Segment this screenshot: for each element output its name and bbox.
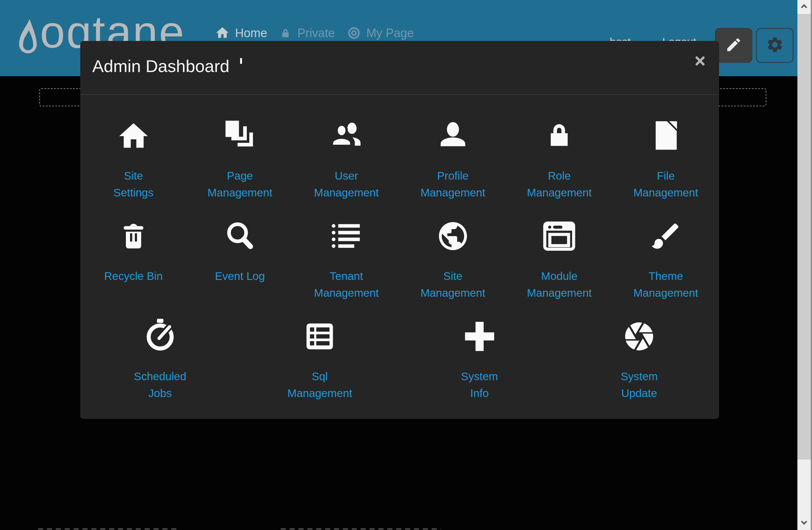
tile-label-line: Theme <box>634 268 698 284</box>
tile-label-line: Management <box>527 184 592 201</box>
nav-item-label: Home <box>235 26 267 40</box>
search-icon <box>223 219 257 253</box>
tile-label-line: User <box>314 167 379 184</box>
tile-label-line: System <box>621 368 658 385</box>
admin-tile-theme-management[interactable]: ThemeManagement <box>612 219 719 301</box>
admin-tile-profile-management[interactable]: ProfileManagement <box>400 119 506 201</box>
nav-item-label: Private <box>297 26 335 40</box>
chevron-down-icon <box>799 518 809 528</box>
globe-icon <box>435 219 470 253</box>
nav-lock-icon <box>279 27 292 40</box>
tile-label: SiteSettings <box>114 167 154 201</box>
timer-icon <box>143 319 177 353</box>
close-icon <box>695 56 706 67</box>
admin-tile-recycle-bin[interactable]: Recycle Bin <box>80 219 187 301</box>
admin-tile-page-management[interactable]: PageManagement <box>187 119 293 201</box>
admin-tile-system-info[interactable]: SystemInfo <box>400 319 560 401</box>
clipped-footer-fragment <box>38 528 178 530</box>
admin-tile-sql-management[interactable]: SqlManagement <box>240 319 400 401</box>
admin-tile-grid: SiteSettingsPageManagementUserManagement… <box>80 95 719 401</box>
nav-menu: HomePrivateMy Page <box>215 25 414 40</box>
tile-label: FileManagement <box>634 167 698 201</box>
tile-label-line: Management <box>421 184 485 201</box>
trash-icon <box>118 219 149 253</box>
home-icon <box>117 119 150 153</box>
plus-icon <box>463 319 496 353</box>
admin-tile-module-management[interactable]: ModuleManagement <box>506 219 613 301</box>
tile-label: SqlManagement <box>287 368 352 401</box>
tile-label: Event Log <box>215 268 265 284</box>
pencil-icon <box>725 36 742 55</box>
tile-label: ScheduledJobs <box>134 368 186 401</box>
tile-label-line: Management <box>527 284 592 301</box>
chevron-up-icon <box>799 2 809 12</box>
modal-close-button[interactable] <box>693 54 708 69</box>
admin-tile-role-management[interactable]: RoleManagement <box>506 119 613 201</box>
tile-label-line: Management <box>634 184 698 201</box>
nav-item-home[interactable]: Home <box>215 25 267 40</box>
tile-row: SiteSettingsPageManagementUserManagement… <box>80 119 719 201</box>
tile-label: ProfileManagement <box>421 167 485 201</box>
tile-label-line: Management <box>287 385 352 401</box>
lock-icon <box>543 119 575 153</box>
window-icon <box>542 219 576 253</box>
admin-tile-event-log[interactable]: Event Log <box>187 219 293 301</box>
logo-drop-icon <box>16 19 38 61</box>
scrollbar-thumb[interactable] <box>797 14 811 460</box>
tile-label-line: Tenant <box>314 268 379 284</box>
tile-row: ScheduledJobsSqlManagementSystemInfoSyst… <box>80 319 719 401</box>
tile-label-line: Management <box>421 284 485 301</box>
admin-tile-tenant-management[interactable]: TenantManagement <box>293 219 400 301</box>
tile-label: SystemUpdate <box>621 368 658 401</box>
admin-tile-system-update[interactable]: SystemUpdate <box>560 319 720 401</box>
tile-label: ModuleManagement <box>527 268 592 301</box>
tile-label: RoleManagement <box>527 167 592 201</box>
nav-item-my-page[interactable]: My Page <box>347 26 414 40</box>
tile-row: Recycle BinEvent LogTenantManagementSite… <box>80 219 719 301</box>
scroll-up-button[interactable] <box>797 0 811 14</box>
clipped-footer-fragment <box>281 528 441 530</box>
table-icon <box>304 319 336 353</box>
tile-label-line: Site <box>114 167 154 184</box>
tile-label: PageManagement <box>207 167 272 201</box>
tile-label-line: Role <box>527 167 592 184</box>
admin-tile-file-management[interactable]: FileManagement <box>612 119 719 201</box>
nav-item-private[interactable]: Private <box>279 26 335 40</box>
tile-label-line: Update <box>621 385 658 401</box>
tile-label-line: Sql <box>287 368 352 385</box>
page-settings-button[interactable] <box>756 28 794 63</box>
nav-item-label: My Page <box>366 26 414 40</box>
vertical-scrollbar[interactable] <box>797 0 812 530</box>
tile-label-line: Info <box>461 385 498 401</box>
modal-header: Admin Dashboard <box>80 41 719 95</box>
tile-label-line: File <box>634 167 698 184</box>
tile-label-line: Settings <box>114 184 154 201</box>
brush-icon <box>649 219 683 253</box>
tile-label: SiteManagement <box>421 268 485 301</box>
admin-tile-scheduled-jobs[interactable]: ScheduledJobs <box>80 319 240 401</box>
text-caret <box>240 58 242 64</box>
edit-mode-button[interactable] <box>715 28 752 63</box>
tile-label-line: Profile <box>421 167 485 184</box>
tile-label-line: Event Log <box>215 268 265 284</box>
tile-label-line: Management <box>314 184 379 201</box>
tile-label-line: Jobs <box>134 385 186 401</box>
admin-tile-site-settings[interactable]: SiteSettings <box>80 119 187 201</box>
tile-label-line: Page <box>207 167 272 184</box>
tile-label-line: Management <box>207 184 272 201</box>
tile-label: Recycle Bin <box>104 268 163 284</box>
admin-tile-site-management[interactable]: SiteManagement <box>400 219 506 301</box>
tile-label-line: Scheduled <box>134 368 186 385</box>
modal-title: Admin Dashboard <box>92 56 229 76</box>
scroll-down-button[interactable] <box>797 516 811 530</box>
tile-label-line: Recycle Bin <box>104 268 163 284</box>
tile-label: UserManagement <box>314 167 379 201</box>
oqtane-logo[interactable]: oqtane <box>16 19 38 62</box>
tile-label: ThemeManagement <box>634 268 698 301</box>
tile-label-line: Management <box>314 284 379 301</box>
file-icon <box>649 119 683 153</box>
admin-dashboard-modal: Admin Dashboard SiteSettingsPageManageme… <box>80 41 719 419</box>
nav-target-icon <box>347 26 361 40</box>
admin-tile-user-management[interactable]: UserManagement <box>293 119 400 201</box>
person-icon <box>436 119 470 153</box>
